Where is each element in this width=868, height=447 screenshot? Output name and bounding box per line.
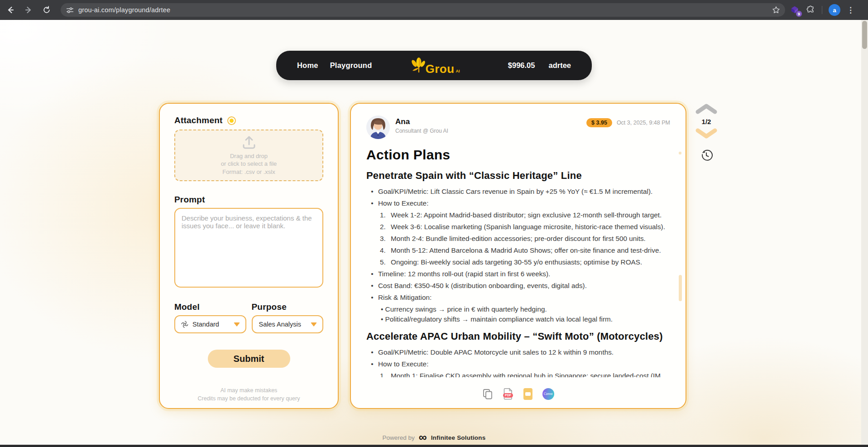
- disclaimer-line1: AI may make mistakes: [160, 386, 338, 394]
- back-icon: [6, 5, 15, 14]
- export-pdf-button[interactable]: PDF: [503, 388, 513, 400]
- bullet-dot: •: [366, 199, 378, 207]
- item-text: Month 2-4: Bundle limited-edition access…: [391, 234, 646, 243]
- history-clock-icon: [700, 149, 713, 162]
- browser-menu-button[interactable]: ⋮: [847, 5, 854, 15]
- brand-logo[interactable]: Grou AI: [408, 57, 460, 75]
- purpose-select[interactable]: Sales Analysis: [252, 315, 324, 333]
- brand-suffix: AI: [456, 69, 460, 73]
- bullet-dot: •: [366, 348, 378, 356]
- nav-link-playground[interactable]: Playground: [330, 61, 372, 70]
- bookmark-star-button[interactable]: [772, 5, 781, 16]
- bullet-text: Goal/KPI/Metric: Double APAC Motorcycle …: [378, 348, 614, 356]
- history-button[interactable]: [700, 149, 713, 163]
- numbered-item: 1.Month 1: Finalise CKD assembly with re…: [366, 371, 670, 377]
- copy-button[interactable]: [483, 389, 493, 399]
- bullet-dot: •: [366, 187, 378, 196]
- model-select[interactable]: Standard: [174, 315, 246, 333]
- page-scrollbar-thumb[interactable]: [862, 21, 867, 49]
- prompt-label: Prompt: [174, 195, 323, 205]
- footer-brand-name: Infinitee Solutions: [431, 434, 486, 441]
- response-pager: 1/2: [694, 103, 719, 163]
- numbered-list: 1.Month 1: Finalise CKD assembly with re…: [366, 371, 670, 377]
- playground-page: Home Playground Grou AI $996.05 adrtee A…: [0, 20, 868, 447]
- bullet-text: How to Execute:: [378, 360, 428, 368]
- input-panel: Attachment Drag and drop or click to sel…: [159, 103, 339, 409]
- username-menu[interactable]: adrtee: [548, 61, 571, 70]
- response-content[interactable]: Action Plans Penetrate Spain with “Class…: [366, 144, 670, 383]
- item-text: Month 1: Finalise CKD assembly with regi…: [391, 371, 670, 377]
- numbered-item: 4.Month 5-12: Attend Barcelona & Madrid …: [366, 246, 670, 255]
- section-heading: Accelerate APAC Urban Mobility – “Swift …: [366, 331, 670, 342]
- app-navbar: Home Playground Grou AI $996.05 adrtee: [276, 51, 592, 80]
- extensions-menu-button[interactable]: [806, 5, 815, 16]
- browser-reload-button[interactable]: [39, 2, 54, 18]
- export-slides-button[interactable]: [523, 388, 532, 400]
- item-text: Week 3-6: Localise marketing (Spanish la…: [391, 222, 665, 231]
- item-number: 1.: [380, 371, 391, 377]
- prompt-input[interactable]: [174, 208, 323, 288]
- chevron-up-icon[interactable]: [695, 103, 717, 115]
- extension-button[interactable]: 9: [790, 5, 800, 15]
- toolbar-divider: [822, 6, 822, 14]
- item-number: 5.: [380, 258, 391, 266]
- item-text: Month 5-12: Attend Barcelona & Madrid Au…: [391, 246, 661, 255]
- file-dropzone[interactable]: Drag and drop or click to select a file …: [174, 130, 323, 181]
- forward-icon: [24, 5, 33, 14]
- browser-profile-button[interactable]: a: [829, 4, 840, 16]
- browser-back-button[interactable]: [3, 2, 18, 18]
- pager-indicator: 1/2: [702, 118, 711, 125]
- bullet-item: •Timeline: 12 months roll-out (rapid sta…: [366, 269, 670, 278]
- site-settings-icon: [66, 6, 74, 14]
- star-icon: [772, 5, 781, 14]
- disclaimer-line2: Credits may be deducted for every query: [160, 394, 338, 403]
- copy-icon: [483, 389, 493, 399]
- browser-forward-button[interactable]: [21, 2, 36, 18]
- svg-text:PDF: PDF: [505, 394, 512, 397]
- page-scrollbar[interactable]: [861, 20, 868, 447]
- numbered-item: 3.Month 2-4: Bundle limited-edition acce…: [366, 234, 670, 243]
- query-cost-badge[interactable]: $ 3.95: [586, 118, 612, 127]
- bullet-dot: •: [366, 269, 378, 278]
- dropzone-line2: or click to select a file: [221, 160, 277, 168]
- item-number: 1.: [380, 211, 391, 219]
- chevron-down-icon[interactable]: [695, 127, 717, 139]
- dropzone-line1: Drag and drop: [221, 152, 277, 160]
- upload-icon: [241, 135, 257, 149]
- purpose-label: Purpose: [252, 302, 324, 312]
- bullet-text: Cost Band: €350-450 k (distribution onbo…: [378, 281, 587, 290]
- bullet-item: •Goal/KPI/Metric: Lift Classic Cars reve…: [366, 187, 670, 196]
- bullet-text: How to Execute:: [378, 199, 428, 207]
- item-number: 3.: [380, 234, 391, 243]
- numbered-item: 5.Ongoing: Bi-weekly social ads targetin…: [366, 258, 670, 266]
- item-number: 4.: [380, 246, 391, 255]
- bullet-text: Goal/KPI/Metric: Lift Classic Cars reven…: [378, 187, 652, 196]
- nav-link-home[interactable]: Home: [297, 61, 318, 70]
- panel-scrollbar-thumb[interactable]: [679, 275, 682, 301]
- window-bottom-edge: [0, 445, 868, 447]
- response-timestamp: Oct 3, 2025, 9:48 PM: [617, 120, 670, 126]
- bullet-dot: •: [366, 360, 378, 368]
- section-heading: Penetrate Spain with “Classic Heritage” …: [366, 170, 670, 182]
- export-canva-button[interactable]: Canva: [542, 388, 554, 400]
- model-engine-icon: [181, 320, 189, 328]
- numbered-item: 2.Week 3-6: Localise marketing (Spanish …: [366, 222, 670, 231]
- credit-balance: $996.05: [508, 61, 535, 70]
- chevron-down-icon: [234, 322, 240, 327]
- extension-badge: 9: [796, 10, 802, 17]
- bullet-item: •How to Execute:: [366, 360, 670, 368]
- chevron-down-icon: [311, 322, 317, 327]
- bullet-item: •How to Execute:: [366, 199, 670, 207]
- bullet-dot: •: [366, 293, 378, 302]
- bullet-item: •Risk & Mitigation:: [366, 293, 670, 302]
- bullet-item: •Goal/KPI/Metric: Double APAC Motorcycle…: [366, 348, 670, 356]
- item-number: 2.: [380, 222, 391, 231]
- brand-name: Grou: [425, 63, 454, 75]
- browser-toolbar: grou-ai.com/playground/adrtee 9 a ⋮: [0, 0, 868, 20]
- reload-icon: [42, 5, 51, 14]
- submit-button[interactable]: Submit: [208, 350, 290, 368]
- address-bar[interactable]: grou-ai.com/playground/adrtee: [61, 3, 785, 17]
- agent-name: Ana: [395, 117, 448, 126]
- bullet-dot: •: [366, 281, 378, 290]
- bullet-item: •Cost Band: €350-450 k (distribution onb…: [366, 281, 670, 290]
